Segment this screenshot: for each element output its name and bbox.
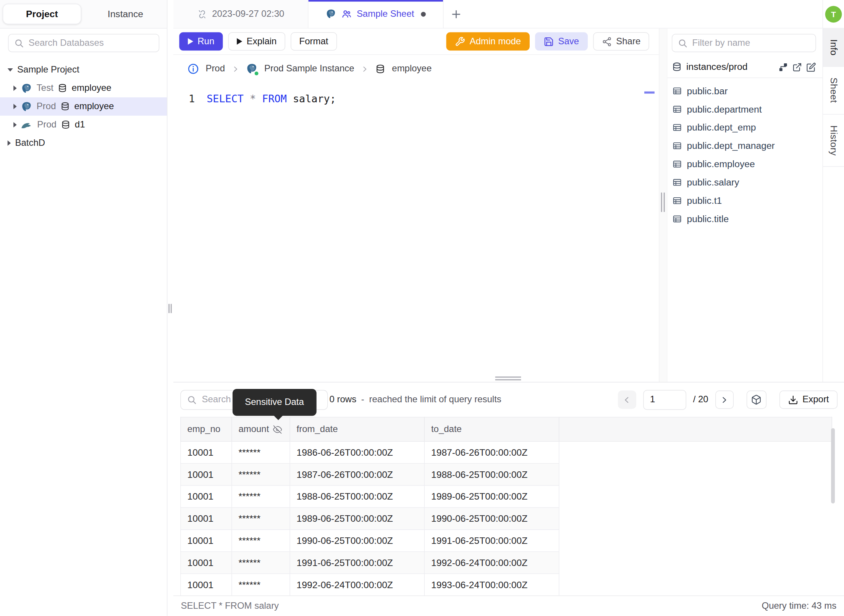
table-row[interactable]: 10001******1987-06-26T00:00:00Z1988-06-2… bbox=[181, 463, 832, 485]
sidebar-resize-handle[interactable] bbox=[168, 304, 171, 313]
table-icon bbox=[672, 196, 682, 205]
table-row[interactable]: 10001******1988-06-25T00:00:00Z1989-06-2… bbox=[181, 485, 832, 508]
table-list-item[interactable]: public.bar bbox=[668, 82, 823, 100]
chevron-left-icon bbox=[622, 395, 631, 404]
table-list-item[interactable]: public.employee bbox=[668, 155, 823, 173]
visualize-button[interactable] bbox=[747, 390, 766, 409]
info-icon[interactable] bbox=[187, 63, 199, 75]
page-input[interactable] bbox=[643, 390, 686, 410]
results-grid: emp_no amount from_date to_date 10001***… bbox=[180, 417, 832, 596]
avatar[interactable]: T bbox=[825, 6, 842, 23]
caret-right-icon[interactable] bbox=[13, 122, 16, 127]
column-header-filler bbox=[559, 417, 832, 441]
search-icon bbox=[187, 395, 197, 405]
table-icon bbox=[672, 86, 682, 96]
column-header[interactable]: to_date bbox=[424, 417, 559, 441]
breadcrumb-instance[interactable]: Prod Sample Instance bbox=[264, 63, 354, 74]
export-button[interactable]: Export bbox=[779, 390, 838, 409]
postgresql-icon bbox=[21, 101, 32, 112]
tab-project[interactable]: Project bbox=[3, 4, 81, 24]
save-button[interactable]: Save bbox=[535, 32, 588, 51]
caret-right-icon[interactable] bbox=[13, 85, 16, 91]
external-link-icon[interactable] bbox=[792, 62, 802, 72]
run-button[interactable]: Run bbox=[179, 32, 223, 51]
schema-diagram-icon[interactable] bbox=[778, 62, 788, 72]
add-sheet-button[interactable] bbox=[443, 0, 468, 28]
results-scrollbar[interactable] bbox=[831, 428, 835, 503]
search-icon bbox=[14, 38, 24, 48]
database-search-input[interactable] bbox=[29, 38, 154, 48]
save-icon bbox=[543, 36, 554, 47]
format-button[interactable]: Format bbox=[291, 32, 337, 51]
table-row[interactable]: 10001******1991-06-25T00:00:00Z1992-06-2… bbox=[181, 551, 832, 574]
next-page-button[interactable] bbox=[715, 390, 734, 409]
table-header-row: emp_no amount from_date to_date bbox=[181, 417, 832, 441]
rows-count: 0 rows bbox=[330, 394, 357, 405]
minimap-indicator bbox=[644, 92, 655, 94]
sql-editor[interactable]: 1 SELECT * FROM salary; bbox=[173, 83, 659, 104]
database-icon bbox=[60, 102, 70, 111]
chevron-right-icon bbox=[720, 395, 729, 404]
column-header-amount[interactable]: amount bbox=[232, 417, 290, 441]
table-list-item[interactable]: public.department bbox=[668, 100, 823, 118]
tree-item-prod-employee[interactable]: Prod employee bbox=[0, 97, 167, 116]
sheet-tab-sample-sheet[interactable]: Sample Sheet bbox=[309, 0, 444, 28]
table-icon bbox=[672, 123, 682, 132]
tab-instance[interactable]: Instance bbox=[87, 4, 164, 24]
tab-history[interactable]: History bbox=[823, 114, 844, 167]
panel-resize-handle[interactable] bbox=[661, 193, 665, 212]
side-tabs: Info Sheet History bbox=[823, 28, 844, 167]
database-icon bbox=[61, 120, 70, 129]
table-list-item[interactable]: public.t1 bbox=[668, 192, 823, 210]
share-button[interactable]: Share bbox=[593, 32, 649, 51]
instance-path: instances/prod bbox=[686, 61, 747, 73]
mysql-icon bbox=[21, 121, 33, 129]
tree-item-sample-project[interactable]: Sample Project bbox=[0, 61, 167, 79]
line-number: 1 bbox=[173, 92, 207, 104]
tab-sheet[interactable]: Sheet bbox=[823, 67, 844, 114]
tree-item-batchd[interactable]: BatchD bbox=[0, 134, 167, 152]
tab-info[interactable]: Info bbox=[823, 29, 844, 67]
tree-item-test-employee[interactable]: Test employee bbox=[0, 79, 167, 97]
search-icon bbox=[677, 38, 688, 48]
breadcrumb-environment[interactable]: Prod bbox=[205, 63, 225, 74]
database-tree: Sample Project Test employee Prod employ… bbox=[0, 55, 167, 152]
table-list-item[interactable]: public.dept_manager bbox=[668, 137, 823, 155]
column-header[interactable]: emp_no bbox=[181, 417, 232, 441]
table-list-item[interactable]: public.dept_emp bbox=[668, 118, 823, 137]
table-list-item[interactable]: public.salary bbox=[668, 173, 823, 192]
results-resize-handle[interactable] bbox=[495, 377, 521, 381]
table-row[interactable]: 10001******1990-06-25T00:00:00Z1991-06-2… bbox=[181, 530, 832, 552]
column-header[interactable]: from_date bbox=[290, 417, 424, 441]
instance-header: instances/prod bbox=[668, 56, 823, 78]
caret-down-icon[interactable] bbox=[8, 68, 13, 71]
environment-label: Test bbox=[37, 83, 53, 94]
sql-line: SELECT * FROM salary; bbox=[207, 92, 336, 104]
sheet-tab-temp[interactable]: 2023-09-27 02:30 bbox=[173, 0, 309, 28]
editor-column: Run Explain Format Admin mode Save Share bbox=[173, 29, 659, 382]
breadcrumb-database[interactable]: employee bbox=[392, 63, 432, 74]
edit-icon[interactable] bbox=[806, 62, 816, 72]
wrench-icon bbox=[455, 36, 466, 47]
table-icon bbox=[672, 214, 682, 224]
schema-panel: instances/prod public.bar public.departm… bbox=[668, 29, 823, 382]
sheet-tab-label: 2023-09-27 02:30 bbox=[212, 9, 284, 19]
table-row[interactable]: 10001******1989-06-25T00:00:00Z1990-06-2… bbox=[181, 508, 832, 530]
table-list-item[interactable]: public.title bbox=[668, 210, 823, 228]
table-row[interactable]: 10001******1986-06-26T00:00:00Z1987-06-2… bbox=[181, 441, 832, 463]
admin-mode-button[interactable]: Admin mode bbox=[446, 32, 530, 51]
table-icon bbox=[672, 141, 682, 150]
chevron-right-icon bbox=[361, 65, 369, 73]
sidebar-mode-tabs: Project Instance bbox=[0, 0, 167, 29]
explain-button[interactable]: Explain bbox=[228, 32, 285, 51]
limit-message: reached the limit of query results bbox=[369, 394, 501, 405]
status-bar: SELECT * FROM salary Query time: 43 ms bbox=[173, 595, 844, 616]
database-name: employee bbox=[74, 101, 114, 112]
table-row[interactable]: 10001******1992-06-24T00:00:00Z1993-06-2… bbox=[181, 574, 832, 596]
sheet-tab-label: Sample Sheet bbox=[357, 9, 414, 19]
prev-page-button[interactable] bbox=[618, 390, 636, 409]
tree-item-prod-d1[interactable]: Prod d1 bbox=[0, 116, 167, 134]
caret-right-icon[interactable] bbox=[8, 140, 11, 146]
table-filter-input[interactable] bbox=[692, 38, 810, 48]
caret-right-icon[interactable] bbox=[13, 104, 16, 109]
